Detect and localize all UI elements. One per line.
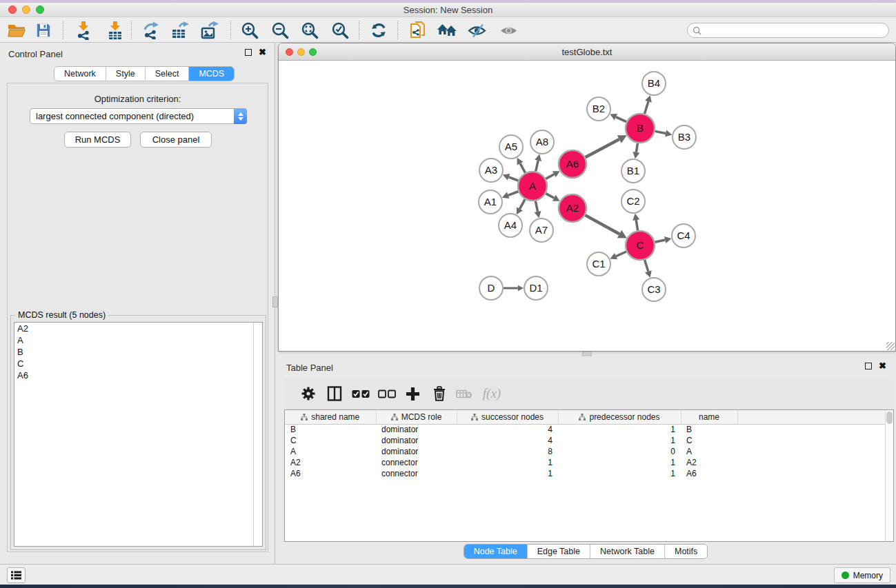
memory-button[interactable]: Memory bbox=[834, 567, 890, 583]
cell-successor-nodes[interactable]: 4 bbox=[457, 435, 558, 446]
task-history-button[interactable] bbox=[7, 567, 26, 583]
close-table-panel-icon[interactable]: ✖ bbox=[879, 363, 886, 369]
tab-mcds[interactable]: MCDS bbox=[189, 67, 234, 81]
graph-edge-A-A2[interactable] bbox=[546, 194, 554, 199]
network-snapshot-icon[interactable] bbox=[407, 19, 429, 41]
graph-edge-B-B1[interactable] bbox=[636, 143, 637, 152]
zoom-fit-icon[interactable] bbox=[299, 19, 321, 41]
zoom-selected-icon[interactable] bbox=[329, 19, 351, 41]
cell-MCDS-role[interactable]: connector bbox=[376, 457, 457, 468]
graph-edge-B-B2[interactable] bbox=[616, 117, 626, 122]
network-window-titlebar[interactable]: testGlobe.txt bbox=[279, 43, 895, 61]
graph-edge-A-A3[interactable] bbox=[509, 177, 519, 181]
network-zoom-button[interactable] bbox=[309, 48, 317, 56]
tab-network[interactable]: Network bbox=[54, 67, 106, 81]
cell-successor-nodes[interactable]: 1 bbox=[457, 468, 558, 479]
mcds-result-item[interactable]: A6 bbox=[14, 369, 262, 381]
splitter-handle-vertical[interactable] bbox=[272, 296, 278, 307]
cell-predecessor-nodes[interactable]: 1 bbox=[558, 457, 681, 468]
graph-edge-A-A7[interactable] bbox=[535, 201, 537, 212]
graph-edge-A-A5[interactable] bbox=[520, 163, 525, 173]
table-scrollbar[interactable] bbox=[885, 410, 893, 541]
cell-MCDS-role[interactable]: dominator bbox=[376, 435, 457, 446]
cell-MCDS-role[interactable]: dominator bbox=[376, 446, 457, 457]
network-graph[interactable]: B4B2BB3A5A8A6B1A3AC2A1A2A4A7C4CC1C3DD1 bbox=[279, 61, 895, 351]
graph-edge-A-A1[interactable] bbox=[508, 192, 519, 196]
save-session-icon[interactable] bbox=[32, 19, 54, 41]
tab-node-table[interactable]: Node Table bbox=[464, 545, 528, 558]
tab-edge-table[interactable]: Edge Table bbox=[528, 545, 590, 558]
show-columns-icon[interactable] bbox=[324, 383, 345, 404]
cell-name[interactable]: A2 bbox=[681, 457, 737, 468]
minimize-window-button[interactable] bbox=[22, 6, 30, 14]
table-row[interactable]: Cdominator41C bbox=[285, 435, 893, 446]
delete-column-trash-icon[interactable] bbox=[429, 383, 450, 404]
tab-network-table[interactable]: Network Table bbox=[590, 545, 665, 558]
network-close-button[interactable] bbox=[286, 48, 293, 56]
open-session-icon[interactable] bbox=[6, 19, 28, 41]
column-header-name[interactable]: name bbox=[681, 410, 737, 424]
close-window-button[interactable] bbox=[8, 6, 17, 14]
cell-shared-name[interactable]: C bbox=[285, 435, 376, 446]
cell-MCDS-role[interactable]: connector bbox=[376, 468, 457, 479]
cell-name[interactable]: C bbox=[681, 435, 737, 446]
graph-edge-C-C1[interactable] bbox=[616, 252, 626, 256]
search-input[interactable] bbox=[704, 24, 888, 37]
graph-edge-B-B4[interactable] bbox=[644, 101, 648, 114]
column-header-successor-nodes[interactable]: successor nodes bbox=[457, 410, 558, 424]
column-header-shared-name[interactable]: shared name bbox=[285, 410, 376, 424]
tab-select[interactable]: Select bbox=[146, 67, 190, 81]
deselect-all-icon[interactable] bbox=[377, 383, 397, 404]
graph-edge-A-A8[interactable] bbox=[536, 161, 538, 172]
node-table-grid[interactable]: shared nameMCDS rolesuccessor nodesprede… bbox=[285, 410, 893, 479]
cell-successor-nodes[interactable]: 8 bbox=[457, 446, 558, 457]
zoom-in-icon[interactable] bbox=[239, 19, 261, 41]
table-row[interactable]: Bdominator41B bbox=[285, 424, 893, 435]
column-header-MCDS-role[interactable]: MCDS role bbox=[376, 410, 457, 424]
mcds-result-item[interactable]: B bbox=[14, 346, 262, 358]
close-panel-icon[interactable]: ✖ bbox=[259, 49, 266, 56]
apply-layout-icon[interactable] bbox=[368, 19, 390, 41]
cell-shared-name[interactable]: B bbox=[285, 424, 376, 435]
select-all-icon[interactable] bbox=[350, 383, 371, 404]
import-network-icon[interactable] bbox=[72, 19, 94, 41]
close-panel-button[interactable]: Close panel bbox=[140, 132, 212, 148]
table-row[interactable]: A6connector11A6 bbox=[285, 468, 893, 479]
cell-predecessor-nodes[interactable]: 0 bbox=[558, 446, 681, 457]
column-settings-gear-icon[interactable] bbox=[298, 383, 319, 404]
run-mcds-button[interactable]: Run MCDS bbox=[64, 132, 131, 148]
cell-name[interactable]: A6 bbox=[681, 468, 737, 479]
float-table-panel-icon[interactable] bbox=[865, 363, 872, 369]
network-canvas[interactable]: B4B2BB3A5A8A6B1A3AC2A1A2A4A7C4CC1C3DD1 bbox=[279, 61, 895, 351]
graph-edge-A2-C[interactable] bbox=[585, 215, 619, 234]
float-panel-icon[interactable] bbox=[245, 49, 252, 56]
cell-successor-nodes[interactable]: 1 bbox=[457, 457, 558, 468]
cell-name[interactable]: B bbox=[681, 424, 737, 435]
export-image-icon[interactable] bbox=[199, 19, 221, 41]
cell-name[interactable]: A bbox=[681, 446, 737, 457]
mcds-result-item[interactable]: A bbox=[14, 334, 262, 346]
mcds-result-item[interactable]: A2 bbox=[14, 323, 262, 334]
tab-motifs[interactable]: Motifs bbox=[665, 545, 707, 558]
zoom-out-icon[interactable] bbox=[269, 19, 291, 41]
cell-shared-name[interactable]: A6 bbox=[285, 468, 376, 479]
cell-predecessor-nodes[interactable]: 1 bbox=[558, 424, 681, 435]
table-row[interactable]: Adominator80A bbox=[285, 446, 893, 457]
table-row[interactable]: A2connector11A2 bbox=[285, 457, 893, 468]
cell-predecessor-nodes[interactable]: 1 bbox=[558, 435, 681, 446]
export-network-icon[interactable] bbox=[140, 19, 162, 41]
export-table-icon[interactable] bbox=[169, 19, 191, 41]
cell-successor-nodes[interactable]: 4 bbox=[457, 424, 558, 435]
hide-selected-eye-slash-icon[interactable] bbox=[466, 19, 488, 41]
graph-edge-C-C2[interactable] bbox=[636, 220, 637, 230]
graph-edge-A-A4[interactable] bbox=[519, 199, 525, 209]
cell-shared-name[interactable]: A2 bbox=[285, 457, 376, 468]
add-column-plus-icon[interactable] bbox=[402, 383, 423, 404]
window-resize-grip[interactable] bbox=[886, 342, 895, 350]
network-minimize-button[interactable] bbox=[297, 48, 305, 56]
cell-MCDS-role[interactable]: dominator bbox=[376, 424, 457, 435]
mcds-list-scrollbar[interactable] bbox=[253, 323, 262, 546]
graph-edge-C-C4[interactable] bbox=[655, 240, 665, 242]
cell-shared-name[interactable]: A bbox=[285, 446, 376, 457]
import-table-icon[interactable] bbox=[104, 19, 126, 41]
